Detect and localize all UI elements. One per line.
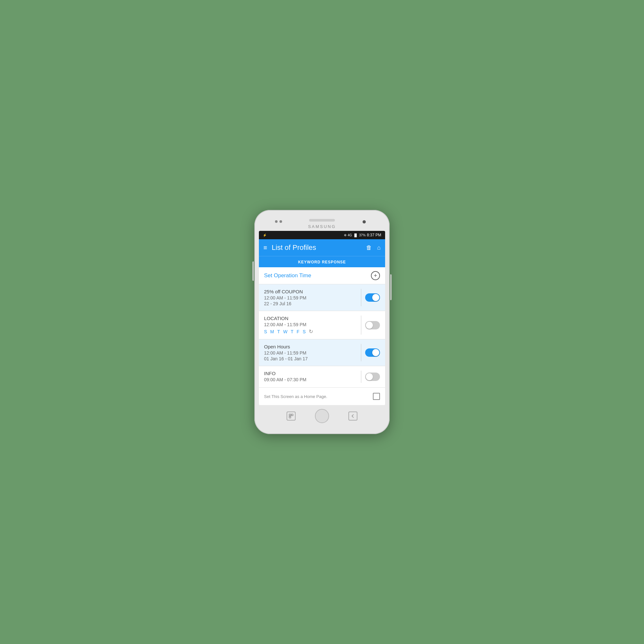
physical-home-button[interactable] (315, 409, 329, 423)
status-right-info: ✲ 4G ▐▌ 37% 8:37 PM (344, 233, 381, 237)
location-divider (361, 316, 361, 335)
list-item-open-hours[interactable]: Open Hours 12:00 AM - 11:59 PM 01 Jan 16… (259, 339, 385, 366)
phone-bottom-nav (259, 405, 385, 428)
day-t2[interactable]: T (291, 329, 294, 334)
status-time: 8:37 PM (367, 233, 381, 237)
home-nav-button[interactable]: ⌂ (377, 244, 381, 251)
phone-screen: ⚡ ✲ 4G ▐▌ 37% 8:37 PM ≡ List of Profiles… (259, 231, 385, 405)
sensor-dot (279, 220, 282, 223)
bluetooth-icon: ✲ (344, 233, 346, 237)
coupon-time: 12:00 AM - 11:59 PM (264, 295, 357, 300)
set-operation-time-row[interactable]: Set Operation Time + (259, 267, 385, 284)
signal-icon: 4G (348, 233, 352, 237)
day-w[interactable]: W (283, 329, 288, 334)
svg-rect-1 (291, 414, 293, 416)
app-bar-actions: 🗑 ⌂ (366, 244, 381, 251)
coupon-toggle-track (365, 293, 380, 302)
battery-icon: 37% (359, 233, 365, 237)
open-hours-time: 12:00 AM - 11:59 PM (264, 350, 357, 355)
open-hours-divider (361, 344, 361, 361)
home-page-checkbox[interactable] (373, 393, 380, 400)
day-t1[interactable]: T (277, 329, 280, 334)
keyword-response-bar: KEYWORD RESPONSE (259, 256, 385, 267)
app-title: List of Profiles (272, 243, 366, 252)
set-operation-label: Set Operation Time (264, 272, 311, 279)
status-bar: ⚡ ✲ 4G ▐▌ 37% 8:37 PM (259, 231, 385, 239)
location-toggle-thumb (366, 322, 373, 329)
svg-rect-2 (289, 416, 291, 418)
open-hours-toggle-track (365, 348, 380, 357)
sensor-dot (275, 220, 278, 223)
location-toggle-track (365, 321, 380, 329)
info-divider (361, 371, 361, 383)
phone-device: SAMSUNG ⚡ ✲ 4G ▐▌ 37% 8:37 PM ≡ List of … (254, 210, 390, 434)
plus-icon: + (374, 272, 377, 279)
home-page-row: Set This Screen as a Home Page. (259, 388, 385, 405)
location-time: 12:00 AM - 11:59 PM (264, 322, 357, 327)
recent-apps-icon (289, 414, 293, 418)
day-s2[interactable]: S (303, 329, 306, 334)
coupon-toggle-thumb (372, 294, 379, 301)
location-title: LOCATION (264, 316, 357, 321)
day-f[interactable]: F (297, 329, 299, 334)
location-days-row: S M T W T F S ↻ (264, 328, 357, 335)
svg-rect-0 (289, 414, 291, 416)
info-title: INFO (264, 371, 357, 376)
list-item-open-hours-content: Open Hours 12:00 AM - 11:59 PM 01 Jan 16… (264, 344, 357, 361)
delete-button[interactable]: 🗑 (366, 244, 372, 251)
list-item-info-content: INFO 09:00 AM - 07:30 PM (264, 371, 357, 383)
back-icon (351, 414, 355, 418)
front-sensors (275, 220, 282, 223)
list-item-coupon[interactable]: 25% off COUPON 12:00 AM - 11:59 PM 22 - … (259, 284, 385, 311)
home-page-label: Set This Screen as a Home Page. (264, 394, 327, 399)
coupon-divider (361, 289, 361, 306)
list-item-location[interactable]: LOCATION 12:00 AM - 11:59 PM S M T W T F… (259, 311, 385, 339)
info-time: 09:00 AM - 07:30 PM (264, 377, 357, 382)
list-item-location-content: LOCATION 12:00 AM - 11:59 PM S M T W T F… (264, 316, 357, 335)
add-operation-button[interactable]: + (371, 271, 380, 280)
earpiece-speaker (309, 219, 335, 222)
location-toggle[interactable] (365, 321, 380, 329)
list-item-info[interactable]: INFO 09:00 AM - 07:30 PM (259, 366, 385, 388)
open-hours-date: 01 Jan 16 - 01 Jan 17 (264, 356, 357, 361)
volume-button (252, 261, 254, 281)
power-button (390, 274, 392, 300)
open-hours-title: Open Hours (264, 344, 357, 349)
usb-icon: ⚡ (263, 233, 267, 237)
front-camera (363, 220, 366, 223)
day-s1[interactable]: S (264, 329, 267, 334)
open-hours-toggle[interactable] (365, 348, 380, 357)
brand-label: SAMSUNG (259, 224, 385, 229)
coupon-title: 25% off COUPON (264, 289, 357, 294)
day-m[interactable]: M (270, 329, 274, 334)
phone-top (259, 216, 385, 224)
recent-apps-button[interactable] (287, 412, 296, 421)
coupon-toggle[interactable] (365, 293, 380, 302)
coupon-date: 22 - 29 Jul 16 (264, 301, 357, 306)
open-hours-toggle-thumb (372, 349, 379, 356)
refresh-icon[interactable]: ↻ (309, 328, 313, 335)
info-toggle-track (365, 373, 380, 381)
app-bar: ≡ List of Profiles 🗑 ⌂ (259, 239, 385, 256)
list-item-coupon-content: 25% off COUPON 12:00 AM - 11:59 PM 22 - … (264, 289, 357, 306)
menu-button[interactable]: ≡ (263, 244, 267, 251)
info-toggle[interactable] (365, 373, 380, 381)
info-toggle-thumb (366, 373, 373, 380)
keyword-response-label: KEYWORD RESPONSE (298, 260, 346, 264)
back-button[interactable] (348, 412, 357, 421)
signal-bars: ▐▌ (353, 233, 358, 237)
status-left-icons: ⚡ (263, 233, 267, 237)
